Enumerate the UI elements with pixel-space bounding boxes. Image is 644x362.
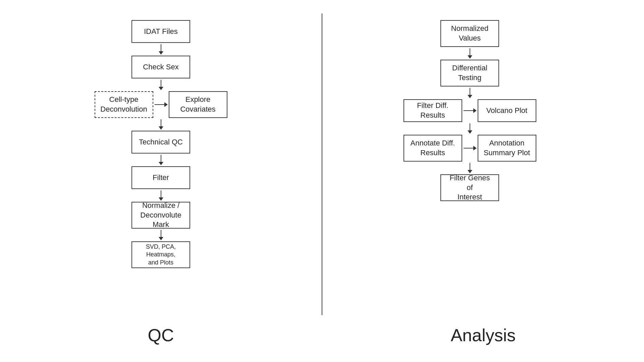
qc-flow: IDAT Files Check Sex Cell-type Deconvolu… bbox=[95, 20, 227, 268]
arrow-filter-to-normalize bbox=[159, 189, 163, 202]
analysis-title-area: Analysis bbox=[329, 325, 637, 355]
filter-diff-row: Filter Diff. Results Volcano Plot bbox=[404, 99, 536, 122]
normalized-values-box: Normalized Values bbox=[440, 20, 499, 47]
technical-qc-box: Technical QC bbox=[131, 131, 190, 154]
analysis-title: Analysis bbox=[451, 325, 516, 355]
arrow-annotate-to-filter-genes bbox=[468, 162, 472, 174]
qc-panel: IDAT Files Check Sex Cell-type Deconvolu… bbox=[0, 0, 322, 362]
filter-box: Filter bbox=[131, 166, 190, 189]
arrow-annotate-to-summary bbox=[464, 148, 476, 148]
arrow-celltype-to-explore bbox=[155, 104, 167, 105]
analysis-panel: Normalized Values Differential Testing F… bbox=[322, 0, 644, 362]
differential-testing-box: Differential Testing bbox=[440, 60, 499, 86]
arrow-celltype-to-techqc bbox=[159, 118, 163, 131]
annotate-diff-row: Annotate Diff. Results Annotation Summar… bbox=[404, 135, 536, 162]
analysis-flow: Normalized Values Differential Testing F… bbox=[404, 20, 536, 201]
check-sex-box: Check Sex bbox=[131, 56, 190, 78]
arrow-idat-to-checksex bbox=[159, 43, 163, 56]
cell-type-deconv-box: Cell-type Deconvolution bbox=[95, 91, 153, 118]
qc-title: QC bbox=[148, 325, 174, 355]
idat-files-box: IDAT Files bbox=[131, 20, 190, 43]
arrow-filterdiff-to-volcano bbox=[464, 110, 476, 111]
annotate-diff-results-box: Annotate Diff. Results bbox=[404, 135, 462, 162]
filter-diff-results-box: Filter Diff. Results bbox=[404, 99, 462, 122]
normalize-box: Normalize / Deconvolute Mark bbox=[131, 202, 190, 229]
arrow-norm-to-diff bbox=[468, 47, 472, 60]
volcano-plot-box: Volcano Plot bbox=[478, 99, 536, 122]
qc-title-area: QC bbox=[7, 325, 315, 355]
filter-genes-box: Filter Genes of Interest bbox=[440, 174, 499, 201]
arrow-diff-to-filter-diff bbox=[468, 86, 472, 99]
svd-pca-box: SVD, PCA, Heatmaps, and Plots bbox=[131, 241, 190, 268]
arrow-checksex-to-celltype bbox=[159, 78, 163, 91]
celltype-row: Cell-type Deconvolution Explore Covariat… bbox=[95, 91, 227, 118]
arrow-normalize-to-svd bbox=[159, 229, 163, 241]
annotation-summary-plot-box: Annotation Summary Plot bbox=[478, 135, 536, 162]
arrow-filterdiff-to-annotate bbox=[468, 122, 472, 135]
explore-covariates-box: Explore Covariates bbox=[169, 91, 227, 118]
arrow-techqc-to-filter bbox=[159, 154, 163, 166]
